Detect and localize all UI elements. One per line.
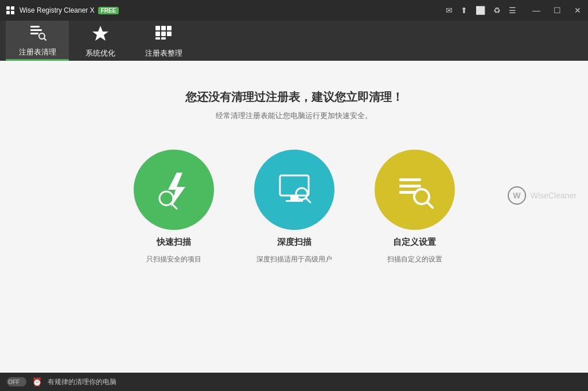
wisecleaner-logo-circle: W [508, 186, 526, 205]
svg-rect-3 [11, 11, 14, 14]
svg-line-8 [44, 38, 46, 40]
nav-label-registry-clean: 注册表清理 [19, 47, 56, 57]
navbar: 注册表清理 系统优化 注册表整理 W WiseCleaner [0, 21, 588, 61]
svg-line-29 [427, 202, 433, 208]
svg-rect-13 [161, 32, 166, 36]
deep-scan-title: 深度扫描 [277, 237, 311, 248]
scan-options: 快速扫描 只扫描安全的项目 深度扫描 深度扫描适用于高级用户 [134, 150, 455, 264]
statusbar: OFF ⏰ 有规律的清理你的电脑 [0, 373, 588, 391]
upload-icon[interactable]: ⬆ [461, 6, 468, 15]
svg-rect-2 [6, 11, 10, 14]
custom-scan-circle [375, 150, 455, 230]
svg-rect-0 [6, 6, 10, 10]
svg-rect-27 [399, 191, 415, 194]
quick-scan-option[interactable]: 快速扫描 只扫描安全的项目 [134, 150, 214, 264]
titlebar: Wise Registry Cleaner X FREE ✉ ⬆ ⬜ ♻ ☰ —… [0, 0, 588, 21]
refresh-icon[interactable]: ♻ [493, 6, 501, 15]
svg-marker-17 [168, 173, 185, 207]
svg-rect-16 [161, 37, 166, 40]
svg-rect-12 [155, 32, 160, 36]
svg-line-24 [306, 198, 310, 202]
nav-label-system-optimize: 系统优化 [85, 48, 115, 58]
email-icon[interactable]: ✉ [446, 6, 453, 15]
maximize-button[interactable]: ☐ [547, 0, 567, 21]
schedule-toggle[interactable]: OFF [7, 377, 26, 386]
nav-item-system-optimize[interactable]: 系统优化 [69, 21, 132, 61]
nav-item-registry-clean[interactable]: 注册表清理 [6, 21, 69, 61]
svg-rect-25 [399, 178, 421, 181]
svg-rect-4 [30, 26, 40, 28]
main-content: 您还没有清理过注册表，建议您立即清理！ 经常清理注册表能让您电脑运行更加快速安全… [0, 61, 588, 373]
registry-defrag-icon [154, 24, 173, 46]
svg-rect-15 [155, 37, 160, 40]
deep-scan-circle [254, 150, 334, 230]
custom-scan-title: 自定义设置 [393, 237, 436, 248]
alarm-icon: ⏰ [32, 377, 42, 386]
svg-rect-22 [286, 200, 303, 202]
status-text: 有规律的清理你的电脑 [48, 377, 116, 387]
svg-rect-20 [280, 175, 309, 196]
quick-scan-title: 快速扫描 [157, 237, 191, 248]
quick-scan-desc: 只扫描安全的项目 [146, 255, 201, 264]
feedback-icon[interactable]: ⬜ [476, 6, 485, 15]
app-icon [5, 5, 16, 16]
close-button[interactable]: ✕ [567, 0, 588, 21]
custom-scan-option[interactable]: 自定义设置 扫描自定义的设置 [375, 150, 455, 264]
minimize-button[interactable]: — [526, 0, 547, 21]
title-controls: — ☐ ✕ [526, 0, 588, 21]
svg-line-19 [172, 204, 177, 209]
svg-rect-14 [167, 32, 172, 36]
nav-logo: W WiseCleaner [508, 186, 577, 205]
toolbar-icons: ✉ ⬆ ⬜ ♻ ☰ [446, 0, 522, 21]
svg-rect-11 [167, 26, 172, 30]
system-optimize-icon [91, 24, 110, 46]
app-title: Wise Registry Cleaner X [20, 6, 95, 14]
custom-scan-desc: 扫描自定义的设置 [387, 255, 442, 264]
free-badge: FREE [98, 7, 119, 14]
svg-rect-9 [155, 26, 160, 30]
registry-clean-icon [28, 22, 46, 45]
toggle-off-label: OFF [8, 379, 20, 385]
deep-scan-option[interactable]: 深度扫描 深度扫描适用于高级用户 [254, 150, 334, 264]
nav-label-registry-defrag: 注册表整理 [145, 48, 182, 58]
quick-scan-circle [134, 150, 214, 230]
deep-scan-desc: 深度扫描适用于高级用户 [256, 255, 332, 264]
svg-rect-26 [399, 185, 421, 187]
main-subheading: 经常清理注册表能让您电脑运行更加快速安全。 [216, 111, 372, 121]
wisecleaner-logo-text: WiseCleaner [531, 191, 577, 200]
svg-rect-5 [30, 29, 42, 31]
svg-rect-10 [161, 26, 166, 30]
menu-icon[interactable]: ☰ [509, 6, 516, 15]
svg-rect-6 [30, 33, 38, 34]
svg-rect-1 [11, 6, 14, 10]
main-heading: 您还没有清理过注册表，建议您立即清理！ [185, 89, 403, 105]
nav-item-registry-defrag[interactable]: 注册表整理 [132, 21, 195, 61]
